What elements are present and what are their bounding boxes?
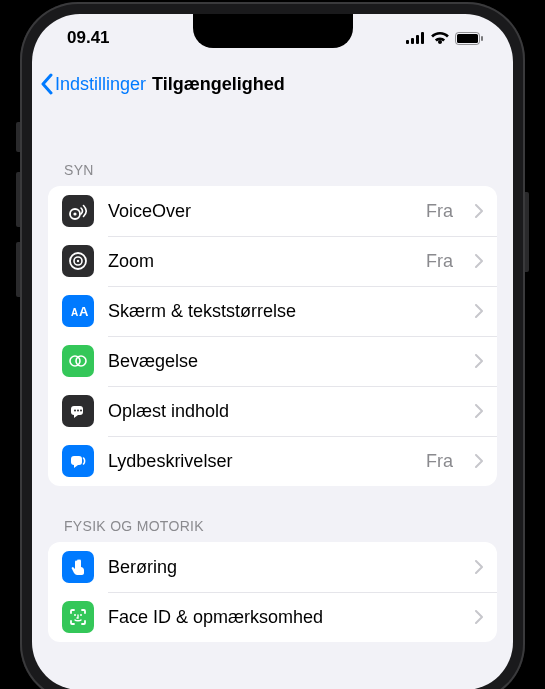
voiceover-icon [62, 195, 94, 227]
row-spoken-content[interactable]: Oplæst indhold [48, 386, 497, 436]
text-size-icon: AA [62, 295, 94, 327]
row-zoom[interactable]: Zoom Fra [48, 236, 497, 286]
volume-down-button [16, 242, 20, 297]
svg-point-8 [73, 212, 76, 215]
svg-rect-5 [457, 34, 478, 43]
volume-up-button [16, 172, 20, 227]
status-time: 09.41 [67, 28, 110, 48]
svg-rect-1 [411, 38, 414, 44]
svg-rect-3 [421, 32, 424, 44]
row-label: Face ID & opmærksomhed [108, 607, 453, 628]
row-label: VoiceOver [108, 201, 412, 222]
battery-icon [455, 32, 483, 45]
svg-point-18 [77, 410, 79, 412]
wifi-icon [431, 32, 449, 44]
back-label: Indstillinger [55, 74, 146, 95]
section-header-motor: FYSIK OG MOTORIK [48, 486, 497, 542]
back-button[interactable]: Indstillinger [40, 73, 146, 95]
phone-frame: 09.41 Indstillinger Tilgængelighed SYN [20, 2, 525, 689]
cellular-icon [406, 32, 425, 44]
row-label: Oplæst indhold [108, 401, 453, 422]
chevron-right-icon [475, 454, 483, 468]
content-scroll[interactable]: SYN VoiceOver Fra Zoom Fra [32, 106, 513, 689]
row-voiceover[interactable]: VoiceOver Fra [48, 186, 497, 236]
svg-point-21 [74, 614, 76, 616]
nav-bar: Indstillinger Tilgængelighed [32, 62, 513, 106]
list-group-motor: Berøring Face ID & opmærksomhed [48, 542, 497, 642]
row-label: Lydbeskrivelser [108, 451, 412, 472]
faceid-icon [62, 601, 94, 633]
svg-text:A: A [79, 304, 88, 319]
row-label: Zoom [108, 251, 412, 272]
svg-point-17 [74, 410, 76, 412]
row-label: Berøring [108, 557, 453, 578]
chevron-right-icon [475, 304, 483, 318]
svg-rect-6 [481, 36, 483, 41]
svg-rect-0 [406, 40, 409, 44]
svg-rect-20 [71, 456, 82, 465]
audio-desc-icon [62, 445, 94, 477]
svg-point-19 [80, 410, 82, 412]
section-header-vision: SYN [48, 106, 497, 186]
power-button [525, 192, 529, 272]
svg-point-22 [80, 614, 82, 616]
mute-switch [16, 122, 20, 152]
notch [193, 14, 353, 48]
row-label: Bevægelse [108, 351, 453, 372]
screen: 09.41 Indstillinger Tilgængelighed SYN [32, 14, 513, 689]
status-indicators [406, 32, 483, 45]
spoken-content-icon [62, 395, 94, 427]
row-touch[interactable]: Berøring [48, 542, 497, 592]
chevron-right-icon [475, 354, 483, 368]
chevron-right-icon [475, 254, 483, 268]
row-value: Fra [426, 451, 453, 472]
svg-text:A: A [71, 307, 78, 318]
chevron-right-icon [475, 610, 483, 624]
chevron-right-icon [475, 204, 483, 218]
chevron-left-icon [40, 73, 53, 95]
svg-point-11 [77, 260, 79, 262]
svg-rect-2 [416, 35, 419, 44]
chevron-right-icon [475, 404, 483, 418]
page-title: Tilgængelighed [152, 74, 285, 95]
motion-icon [62, 345, 94, 377]
list-group-vision: VoiceOver Fra Zoom Fra AA Skærm [48, 186, 497, 486]
row-value: Fra [426, 201, 453, 222]
row-display-text-size[interactable]: AA Skærm & tekststørrelse [48, 286, 497, 336]
row-audio-descriptions[interactable]: Lydbeskrivelser Fra [48, 436, 497, 486]
row-motion[interactable]: Bevægelse [48, 336, 497, 386]
row-label: Skærm & tekststørrelse [108, 301, 453, 322]
svg-point-15 [76, 356, 86, 366]
row-faceid-attention[interactable]: Face ID & opmærksomhed [48, 592, 497, 642]
zoom-icon [62, 245, 94, 277]
row-value: Fra [426, 251, 453, 272]
chevron-right-icon [475, 560, 483, 574]
touch-icon [62, 551, 94, 583]
